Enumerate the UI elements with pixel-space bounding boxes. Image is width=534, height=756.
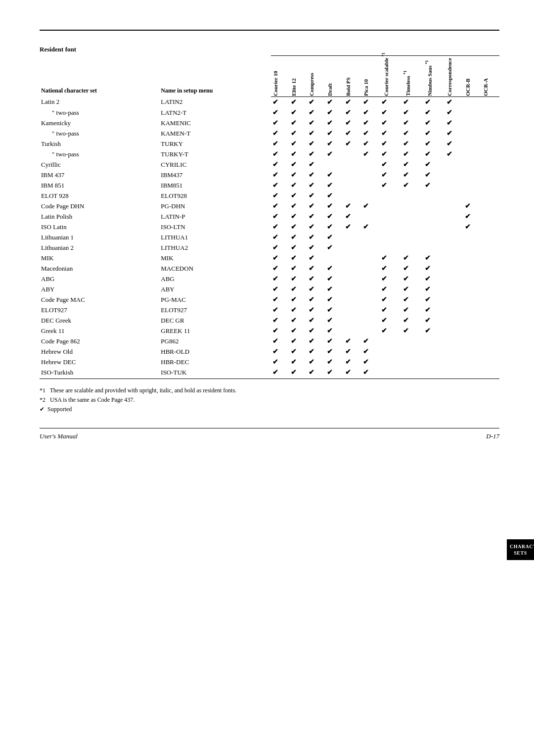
footnote-supported: ✔ Supported: [40, 406, 499, 413]
check-cell: ✔: [289, 201, 308, 211]
check-cell: ✔: [325, 263, 344, 274]
check-cell: ✔: [401, 139, 423, 149]
check-cell: ✔: [307, 346, 325, 357]
row-setup: IBM851: [159, 180, 271, 190]
check-cell: ✔: [271, 201, 289, 211]
check-cell: ✔: [289, 263, 308, 274]
check-cell: ✔: [271, 128, 289, 139]
check-cell: ✔: [380, 97, 401, 108]
row-name: ABG: [40, 274, 159, 284]
check-cell: [380, 367, 401, 379]
check-cell: [361, 326, 380, 336]
check-cell: [401, 242, 423, 253]
check-cell: ✔: [344, 139, 362, 149]
check-cell: ✔: [445, 128, 463, 139]
col-elite12: Elite 12: [289, 56, 308, 97]
check-cell: [481, 336, 499, 346]
footnote-2: *2 USA is the same as Code Page 437.: [40, 396, 499, 404]
row-setup: PG-DHN: [159, 201, 271, 211]
check-cell: [401, 211, 423, 222]
table-row: " two-passLATN2-T✔✔✔✔✔✔✔✔✔✔: [40, 107, 499, 118]
check-cell: [401, 201, 423, 211]
check-cell: ✔: [325, 107, 344, 118]
check-cell: [463, 284, 482, 294]
check-cell: ✔: [271, 170, 289, 180]
check-cell: [463, 242, 482, 253]
check-cell: ✔: [325, 232, 344, 242]
bottom-rule: [40, 428, 499, 428]
row-setup: ELOT928: [159, 190, 271, 201]
row-name: ISO Latin: [40, 222, 159, 232]
row-name: Cyrillic: [40, 159, 159, 170]
check-cell: ✔: [344, 128, 362, 139]
check-cell: [445, 232, 463, 242]
check-cell: ✔: [445, 107, 463, 118]
check-cell: [344, 149, 362, 159]
row-name: " two-pass: [40, 149, 159, 159]
table-row: CyrillicCYRILIC✔✔✔✔✔✔: [40, 159, 499, 170]
col-pica10: Pica 10: [361, 56, 380, 97]
check-cell: [361, 294, 380, 305]
check-cell: ✔: [423, 180, 445, 190]
row-name: Greek 11: [40, 326, 159, 336]
check-cell: [445, 336, 463, 346]
check-cell: ✔: [271, 149, 289, 159]
check-cell: [361, 211, 380, 222]
check-cell: ✔: [307, 149, 325, 159]
check-cell: [481, 357, 499, 367]
check-cell: [445, 315, 463, 326]
check-cell: ✔: [361, 367, 380, 379]
check-cell: ✔: [380, 263, 401, 274]
check-cell: [401, 357, 423, 367]
check-cell: ✔: [325, 190, 344, 201]
check-cell: [445, 357, 463, 367]
table-row: MIKMIK✔✔✔✔✔✔: [40, 253, 499, 263]
check-cell: ✔: [325, 222, 344, 232]
check-cell: [380, 357, 401, 367]
check-cell: ✔: [289, 284, 308, 294]
footer-right: D-17: [486, 432, 499, 440]
check-cell: [380, 190, 401, 201]
check-cell: ✔: [401, 274, 423, 284]
check-cell: [463, 367, 482, 379]
check-cell: [463, 305, 482, 315]
table-section: Resident font National character set Nam…: [40, 46, 499, 413]
check-cell: [463, 190, 482, 201]
check-cell: ✔: [289, 357, 308, 367]
check-cell: [463, 149, 482, 159]
row-setup: PG-MAC: [159, 294, 271, 305]
check-cell: [445, 367, 463, 379]
check-cell: [445, 326, 463, 336]
check-cell: ✔: [380, 326, 401, 336]
check-cell: ✔: [423, 253, 445, 263]
check-cell: ✔: [271, 107, 289, 118]
check-cell: ✔: [423, 294, 445, 305]
check-cell: ✔: [380, 107, 401, 118]
check-cell: [344, 180, 362, 190]
check-cell: ✔: [271, 222, 289, 232]
check-cell: ✔: [325, 367, 344, 379]
row-setup: LATN2-T: [159, 107, 271, 118]
check-cell: ✔: [401, 315, 423, 326]
footer-left: User's Manual: [40, 432, 78, 440]
row-setup: TURKY: [159, 139, 271, 149]
check-cell: ✔: [361, 97, 380, 108]
check-cell: [445, 253, 463, 263]
check-cell: [445, 274, 463, 284]
check-cell: [481, 274, 499, 284]
check-cell: ✔: [325, 170, 344, 180]
check-cell: ✔: [361, 336, 380, 346]
check-cell: [463, 315, 482, 326]
check-cell: [481, 305, 499, 315]
check-cell: [423, 222, 445, 232]
check-cell: [344, 159, 362, 170]
check-cell: [481, 128, 499, 139]
row-name: Turkish: [40, 139, 159, 149]
table-row: Latin PolishLATIN-P✔✔✔✔✔✔: [40, 211, 499, 222]
check-cell: ✔: [307, 97, 325, 108]
row-setup: LITHUA2: [159, 242, 271, 253]
col-ocr-b: OCR-B: [463, 56, 482, 97]
check-cell: [445, 294, 463, 305]
check-cell: [361, 232, 380, 242]
check-cell: ✔: [401, 107, 423, 118]
